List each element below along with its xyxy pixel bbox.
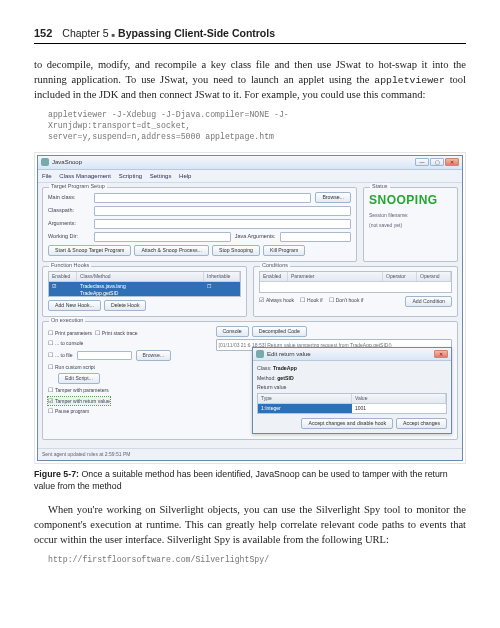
body-paragraph: When you're working on Silverlight objec…: [34, 503, 466, 548]
group-legend: Conditions: [260, 262, 290, 270]
return-value-cell[interactable]: 1001: [352, 404, 446, 413]
return-type-cell[interactable]: 1:Integer: [258, 404, 352, 413]
page-header: 152 Chapter 5 ■ Bypassing Client-Side Co…: [34, 26, 466, 44]
url-text: http://firstfloorsoftware.com/Silverligh…: [48, 554, 466, 565]
dialog-icon: [256, 350, 264, 358]
chk-tamper-return[interactable]: Tamper with return value: [48, 397, 110, 405]
app-icon: [41, 158, 49, 166]
radio-to-file[interactable]: ... to file: [48, 351, 73, 359]
col-operand[interactable]: Operand: [417, 272, 451, 281]
accept-disable-button[interactable]: Accept changes and disable hook: [301, 418, 393, 429]
add-hook-button[interactable]: Add New Hook...: [48, 300, 101, 311]
group-legend: Function Hooks: [49, 262, 91, 270]
figure-label: Figure 5-7:: [34, 469, 79, 479]
menu-help[interactable]: Help: [179, 173, 191, 179]
status-sub1: Session filename:: [369, 212, 452, 219]
command-line: appletviewer -J-Xdebug -J-Djava.compiler…: [48, 109, 466, 120]
edit-script-button[interactable]: Edit Script...: [58, 373, 100, 384]
col-enabled[interactable]: Enabled: [49, 272, 77, 281]
status-text: SNOOPING: [369, 192, 452, 209]
inline-code: appletviewer: [374, 75, 445, 86]
kill-program-button[interactable]: Kill Program: [263, 245, 305, 256]
chapter-title: Bypassing Client-Side Controls: [118, 26, 275, 41]
conditions-group: Conditions Enabled Parameter Operator Op…: [253, 266, 458, 317]
minimize-button[interactable]: —: [415, 158, 429, 166]
group-legend: Status: [370, 183, 390, 191]
stop-snooping-button[interactable]: Stop Snooping: [212, 245, 260, 256]
return-value-table[interactable]: TypeValue 1:Integer 1001: [257, 393, 447, 414]
browse-file-button[interactable]: Browse...: [136, 350, 172, 361]
col-parameter[interactable]: Parameter: [288, 272, 383, 281]
classpath-input[interactable]: [94, 206, 351, 216]
radio-dont-hook-if[interactable]: Don't hook if: [329, 296, 364, 307]
dlg-method-value: getSID: [277, 375, 293, 381]
col-operator[interactable]: Operator: [383, 272, 417, 281]
label-java-args: Java Arguments:: [235, 233, 276, 241]
chk-run-script[interactable]: Run custom script: [48, 363, 95, 371]
browse-button[interactable]: Browse...: [315, 192, 351, 203]
return-value-label: Return value: [257, 384, 447, 391]
command-block: appletviewer -J-Xdebug -J-Djava.compiler…: [48, 109, 466, 142]
close-button[interactable]: ✕: [445, 158, 459, 166]
col-class-method[interactable]: Class/Method: [77, 272, 204, 281]
col-inheritable[interactable]: Inheritable: [204, 272, 240, 281]
start-snoop-button[interactable]: Start & Snoop Target Program: [48, 245, 131, 256]
tab-decompiled[interactable]: Decompiled Code: [252, 326, 307, 337]
command-line: server=y,suspend=n,address=5000 appletpa…: [48, 131, 466, 142]
menu-scripting[interactable]: Scripting: [119, 173, 142, 179]
hooks-row[interactable]: ☑ Tradeclass.java.langTradeApp.getSID ☐: [49, 282, 240, 297]
label-classpath: Classpath:: [48, 207, 90, 215]
figure-caption-text: Once a suitable method has been identifi…: [34, 469, 448, 491]
app-window: JavaSnoop — ▢ ✕ File Class Management Sc…: [37, 155, 463, 461]
working-dir-input[interactable]: [94, 232, 231, 242]
chk-print-stack[interactable]: Print stack trace: [95, 330, 138, 336]
arguments-input[interactable]: [94, 219, 351, 229]
command-line: Xrunjdwp:transport=dt_socket,: [48, 120, 466, 131]
label-arguments: Arguments:: [48, 220, 90, 228]
window-title: JavaSnoop: [52, 158, 82, 166]
chk-print-params[interactable]: Print parameters: [48, 330, 92, 336]
function-hooks-group: Function Hooks Enabled Class/Method Inhe…: [42, 266, 247, 317]
col-type: Type: [258, 394, 352, 403]
col-enabled[interactable]: Enabled: [260, 272, 288, 281]
menu-file[interactable]: File: [42, 173, 52, 179]
hooks-grid[interactable]: Enabled Class/Method Inheritable ☑ Trade…: [48, 271, 241, 297]
label-working-dir: Working Dir:: [48, 233, 90, 241]
radio-to-console[interactable]: ... to console: [48, 339, 83, 347]
status-group: Status SNOOPING Session filename: (not s…: [363, 187, 458, 262]
tab-console[interactable]: Console: [216, 326, 249, 337]
label-main-class: Main class:: [48, 194, 90, 202]
edit-return-dialog: Edit return value ✕ Class: TradeApp Meth…: [252, 347, 452, 434]
delete-hook-button[interactable]: Delete Hook: [104, 300, 147, 311]
chk-pause-program[interactable]: Pause program: [48, 407, 89, 415]
maximize-button[interactable]: ▢: [430, 158, 444, 166]
on-execution-group: On execution Print parameters Print stac…: [42, 321, 458, 440]
menu-class-management[interactable]: Class Management: [59, 173, 111, 179]
menu-bar[interactable]: File Class Management Scripting Settings…: [38, 170, 462, 183]
attach-snoop-button[interactable]: Attach & Snoop Process...: [134, 245, 209, 256]
file-path-input[interactable]: [77, 351, 132, 360]
chk-tamper-params[interactable]: Tamper with parameters: [48, 386, 109, 394]
separator-icon: ■: [111, 31, 115, 39]
conditions-grid[interactable]: Enabled Parameter Operator Operand: [259, 271, 452, 293]
dlg-class-value: TradeApp: [273, 365, 297, 371]
figure: JavaSnoop — ▢ ✕ File Class Management Sc…: [34, 152, 466, 493]
add-condition-button[interactable]: Add Condition: [405, 296, 452, 307]
status-sub2: (not saved yet): [369, 222, 452, 229]
titlebar[interactable]: JavaSnoop — ▢ ✕: [38, 156, 462, 169]
page-number: 152: [34, 26, 52, 41]
radio-hook-if[interactable]: Hook if: [300, 296, 323, 307]
dialog-close-button[interactable]: ✕: [434, 350, 448, 358]
chapter-label: Chapter 5: [62, 26, 108, 41]
target-program-group: Target Program Setup Main class:Browse..…: [42, 187, 357, 262]
group-legend: On execution: [49, 317, 85, 325]
radio-always-hook[interactable]: Always hook: [259, 296, 294, 307]
java-args-input[interactable]: [280, 232, 351, 242]
dialog-title: Edit return value: [267, 350, 311, 358]
menu-settings[interactable]: Settings: [150, 173, 172, 179]
body-paragraph: to decompile, modify, and recompile a ke…: [34, 58, 466, 103]
figure-caption: Figure 5-7: Once a suitable method has b…: [34, 469, 466, 493]
main-class-input[interactable]: [94, 193, 311, 203]
accept-button[interactable]: Accept changes: [396, 418, 447, 429]
col-value: Value: [352, 394, 446, 403]
